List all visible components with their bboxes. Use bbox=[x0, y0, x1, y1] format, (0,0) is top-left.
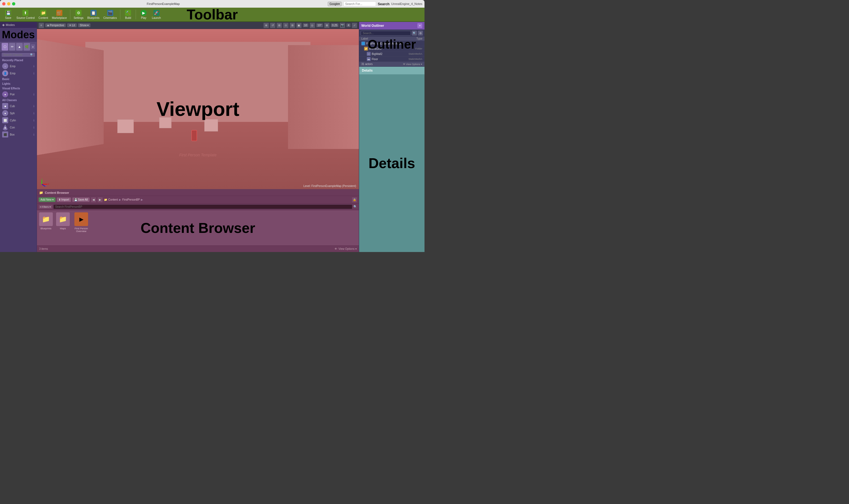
marketplace-button[interactable]: 🛒 Marketplace bbox=[50, 9, 68, 20]
modes-item-poir[interactable]: ● Poir ℹ bbox=[0, 91, 37, 98]
body-layout: ◈ Modes Modes ⬡ ✏ ▲ 🌿 » 🔍 Recently Place… bbox=[0, 22, 424, 252]
section-lights[interactable]: Lights bbox=[0, 82, 37, 86]
maps-folder-icon: 📁 bbox=[56, 212, 70, 226]
maximize-btn[interactable]: ⤢ bbox=[352, 23, 357, 28]
mode-select-button[interactable]: ⬡ bbox=[2, 43, 8, 51]
viewport-drag-btn[interactable]: ≡ bbox=[38, 23, 44, 28]
cb-item-maps[interactable]: 📁 Maps bbox=[56, 212, 70, 230]
actors-count: 31 actors bbox=[361, 62, 372, 66]
modes-expand-button[interactable]: » bbox=[31, 44, 35, 49]
outliner-view-options-button[interactable]: 👁 View Options ▾ bbox=[403, 63, 422, 66]
title-search-input[interactable] bbox=[343, 1, 376, 6]
outliner-add-button[interactable]: + bbox=[417, 23, 422, 28]
save-icon: 💾 bbox=[5, 10, 11, 16]
outliner-search-input[interactable] bbox=[361, 31, 411, 36]
con-icon: ▲ bbox=[2, 124, 8, 130]
cb-item-blueprints[interactable]: 📁 Blueprints bbox=[39, 212, 53, 230]
cb-view-options-button[interactable]: 👁 View Options ▾ bbox=[334, 247, 357, 250]
mode-paint-button[interactable]: ✏ bbox=[9, 43, 16, 51]
outliner-item-bigwall[interactable]: ▭ BigWall2 StaticMeshA bbox=[359, 51, 424, 57]
blueprints-button[interactable]: 📋 Blueprints bbox=[86, 9, 101, 20]
emp2-info: ℹ bbox=[33, 72, 34, 75]
cb-breadcrumb-firstpersonbp[interactable]: FirstPersonBP bbox=[122, 198, 140, 201]
camera-speed-btn[interactable]: 📷 bbox=[340, 23, 345, 28]
build-button[interactable]: 🔨 Build bbox=[122, 9, 134, 20]
source-control-button[interactable]: ⬆ Source Control bbox=[15, 9, 36, 20]
con-text: Con bbox=[10, 126, 15, 129]
blueprints-folder-label: Blueprints bbox=[40, 227, 51, 230]
rotation-grid-btn[interactable]: ◎ bbox=[310, 23, 315, 28]
cb-filter-button[interactable]: ≡ Filters ▾ bbox=[38, 205, 52, 209]
mode-landscape-button[interactable]: ▲ bbox=[16, 43, 23, 51]
content-button[interactable]: 📁 Content bbox=[37, 9, 50, 20]
toolbar-big-label: Toolbar bbox=[187, 6, 238, 23]
modes-item-emp1[interactable]: ○ Emp ℹ bbox=[0, 62, 37, 70]
search-classes-icon: 🔍 bbox=[30, 53, 33, 56]
google-button[interactable]: Google▾ bbox=[328, 2, 342, 6]
modes-item-box[interactable]: ⬛ Box ℹ bbox=[0, 131, 37, 138]
outliner-item-arena[interactable]: 📁 ArenaGeo Folder bbox=[359, 46, 424, 51]
modes-item-cylin[interactable]: ⬜ Cylin ℹ bbox=[0, 117, 37, 124]
con-info: ℹ bbox=[33, 126, 34, 129]
emp1-info: ℹ bbox=[33, 65, 34, 68]
grid-btn[interactable]: ⊞ bbox=[290, 23, 295, 28]
scene-wall-left bbox=[37, 38, 104, 156]
perspective-button[interactable]: ◈ Perspective bbox=[45, 23, 66, 27]
add-new-button[interactable]: Add New ▾ bbox=[38, 197, 55, 202]
settings-button[interactable]: ⚙ Settings bbox=[72, 9, 85, 20]
cb-back-button[interactable]: ◀ bbox=[91, 197, 96, 202]
cb-item-first-person[interactable]: ▶ First Person Overview bbox=[73, 212, 89, 233]
bigwall-item-name: BigWall2 bbox=[372, 53, 407, 55]
filter-label: Filters ▾ bbox=[42, 205, 51, 208]
section-basic[interactable]: Basic bbox=[0, 77, 37, 82]
modes-item-con[interactable]: ▲ Con ℹ bbox=[0, 124, 37, 131]
import-button[interactable]: ⬇ Import bbox=[57, 197, 71, 202]
play-icon: ▶ bbox=[141, 10, 146, 16]
floor-item-type: StaticMeshA bbox=[409, 58, 422, 60]
outliner-search-button[interactable]: 🔍 bbox=[412, 31, 417, 36]
translate-icon-btn[interactable]: ⊕ bbox=[263, 23, 269, 28]
scene-character bbox=[191, 130, 197, 141]
scale-grid-btn[interactable]: ⊠ bbox=[324, 23, 330, 28]
content-label: Content bbox=[38, 16, 48, 19]
emp2-text: Emp bbox=[10, 72, 16, 75]
section-recently-placed[interactable]: Recently Placed bbox=[0, 58, 37, 62]
outliner-settings-button[interactable]: ⚙ bbox=[418, 31, 423, 36]
modes-icons-row: ⬡ ✏ ▲ 🌿 » bbox=[0, 42, 37, 52]
camera-speed-number: 4 bbox=[346, 23, 351, 27]
modes-item-emp2[interactable]: 👤 Emp ℹ bbox=[0, 70, 37, 77]
cinematics-button[interactable]: 🎬 Cinematics bbox=[102, 9, 118, 20]
outliner-item-world[interactable]: 🌐 FirstPersonExampleMapWorld bbox=[359, 41, 424, 46]
cb-search-input[interactable] bbox=[53, 204, 352, 209]
scale-icon-btn[interactable]: ⊞ bbox=[277, 23, 282, 28]
modes-item-cub[interactable]: ■ Cub ℹ bbox=[0, 103, 37, 110]
col-label: Label bbox=[361, 37, 368, 40]
cb-breadcrumb-content[interactable]: Content bbox=[108, 198, 118, 201]
perspective-label: Perspective bbox=[50, 24, 64, 27]
modes-panel: ◈ Modes Modes ⬡ ✏ ▲ 🌿 » 🔍 Recently Place… bbox=[0, 22, 37, 252]
launch-button[interactable]: 🚀 Launch bbox=[150, 9, 162, 20]
section-visual-effects[interactable]: Visual Effects bbox=[0, 86, 37, 91]
outliner-view-options-label: View Options ▾ bbox=[406, 63, 422, 66]
cb-lock-button[interactable]: 🔒 bbox=[352, 197, 357, 202]
viewport[interactable]: First Person Template Level: FirstPerson… bbox=[37, 29, 359, 189]
search-classes-input[interactable] bbox=[3, 53, 30, 56]
blueprints-folder-icon: 📁 bbox=[39, 212, 53, 226]
scale-number: 0.25 bbox=[331, 23, 339, 27]
section-all-classes[interactable]: All Classes bbox=[0, 98, 37, 103]
show-button[interactable]: Show ▾ bbox=[78, 23, 90, 27]
modes-item-sph[interactable]: ● Sph ℹ bbox=[0, 110, 37, 117]
play-button[interactable]: ▶ Play bbox=[138, 9, 150, 20]
rotate-icon-btn[interactable]: ↺ bbox=[270, 23, 275, 28]
lit-button[interactable]: ☀ Lit bbox=[67, 23, 77, 27]
mode-foliage-button[interactable]: 🌿 bbox=[23, 43, 30, 51]
surface-snapping-btn[interactable]: ▣ bbox=[296, 23, 302, 28]
save-all-button[interactable]: 💾 Save All bbox=[72, 197, 90, 202]
cinematics-icon: 🎬 bbox=[107, 10, 113, 16]
svg-line-2 bbox=[42, 184, 45, 186]
world-space-btn[interactable]: ⊙ bbox=[283, 23, 289, 28]
save-button[interactable]: 💾 Save bbox=[2, 9, 14, 20]
cb-forward-button[interactable]: ▶ bbox=[97, 197, 103, 202]
viewport-level-text: Level: FirstPersonExampleMap (Persistent… bbox=[303, 184, 356, 187]
outliner-item-floor[interactable]: ▬ Floor StaticMeshA bbox=[359, 57, 424, 62]
